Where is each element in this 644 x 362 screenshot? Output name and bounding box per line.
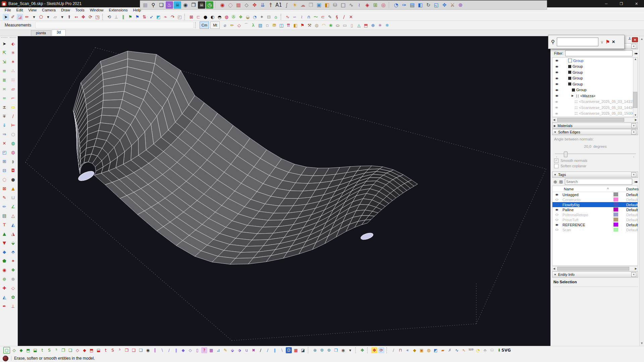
socket-icon[interactable]: ◘ bbox=[10, 167, 16, 174]
tag-row-provetuft[interactable]: ○ProveTuftDefault bbox=[552, 217, 638, 222]
s-blue-icon[interactable]: ∿ bbox=[454, 347, 460, 353]
dotgrid-icon[interactable]: ▩ bbox=[208, 347, 214, 353]
half-icon[interactable]: ⬒ bbox=[363, 22, 369, 28]
gold-diamond-icon[interactable]: ◆ bbox=[412, 347, 418, 353]
hidden-eye-icon[interactable]: ◉ bbox=[554, 100, 559, 103]
menu-file[interactable]: File bbox=[2, 8, 14, 12]
quad2-icon[interactable]: ▱ bbox=[10, 85, 16, 92]
tags-search-input[interactable] bbox=[565, 179, 632, 185]
merge-icon[interactable]: ⊕ bbox=[10, 276, 16, 282]
tab-3d[interactable]: 3d bbox=[52, 29, 66, 36]
slash-pale-icon[interactable]: ∖ bbox=[279, 347, 285, 353]
text-icon[interactable]: T bbox=[1, 221, 8, 228]
scale-tool-icon[interactable]: ◳ bbox=[94, 14, 101, 20]
outliner-row[interactable]: ◉Group bbox=[552, 58, 638, 64]
solid-union-icon[interactable]: ● bbox=[202, 14, 209, 20]
wedge-icon[interactable]: ◭ bbox=[10, 221, 16, 228]
bracket-icon[interactable]: ⊓ bbox=[397, 347, 404, 353]
pair-add-icon[interactable]: ± bbox=[1, 104, 8, 110]
sphere-gray-icon[interactable]: ◍ bbox=[313, 22, 320, 28]
tag-row-constructo[interactable]: ○ConstructoDefault bbox=[552, 197, 638, 202]
tag-color-swatch[interactable] bbox=[613, 207, 618, 212]
pages-icon[interactable]: ❒ bbox=[307, 1, 315, 9]
corner2-icon[interactable]: ⌐ bbox=[10, 95, 16, 101]
maximize-button[interactable]: ❐ bbox=[614, 0, 629, 7]
tags-header[interactable]: ▼ Tags × bbox=[552, 172, 638, 178]
frame-orange-icon[interactable]: ▣ bbox=[419, 347, 425, 353]
shrink-icon[interactable]: ⇲ bbox=[1, 58, 8, 65]
make-component-icon[interactable]: ✐ bbox=[10, 14, 16, 20]
ribbon-icon[interactable]: ❧ bbox=[162, 14, 169, 20]
split-icon[interactable]: ◱ bbox=[433, 1, 440, 9]
curve-red-icon[interactable]: ∿ bbox=[284, 14, 291, 20]
tag-color-swatch[interactable] bbox=[613, 223, 618, 227]
lift-icon[interactable]: ⇈ bbox=[285, 22, 291, 28]
tag-dashes[interactable]: Default bbox=[625, 213, 638, 217]
tag-color-swatch[interactable] bbox=[613, 218, 618, 222]
diamond-blue-icon[interactable]: ◆ bbox=[1, 248, 8, 255]
purple-diamond-icon[interactable]: ◆ bbox=[180, 347, 186, 353]
solid-intersect-icon[interactable]: ◓ bbox=[216, 14, 223, 20]
tri2-icon[interactable]: △ bbox=[10, 212, 16, 219]
search-input[interactable] bbox=[557, 38, 598, 46]
profile-sel-icon[interactable]: ▢ bbox=[3, 347, 10, 354]
axes-move-icon[interactable]: ✥ bbox=[251, 1, 258, 9]
edges-sub-icon[interactable]: ≍ bbox=[1, 85, 8, 92]
sphere-add-icon[interactable]: ◍ bbox=[10, 140, 16, 146]
red-fill-icon[interactable]: ◆ bbox=[82, 347, 88, 353]
edges-add-icon[interactable]: ≣ bbox=[1, 76, 8, 83]
expand-icon[interactable]: ⇱ bbox=[1, 49, 8, 56]
menu-view[interactable]: View bbox=[25, 8, 39, 12]
chart-icon[interactable]: ⊿ bbox=[215, 347, 221, 353]
tags-close-icon[interactable]: × bbox=[631, 172, 636, 177]
account-icon[interactable]: ◉ bbox=[340, 347, 346, 353]
purple-outline-icon[interactable]: ◇ bbox=[187, 347, 193, 353]
pair-icon[interactable]: = bbox=[1, 95, 8, 101]
green-book2-icon[interactable]: ❑ bbox=[67, 347, 73, 353]
cube-pencil-icon[interactable]: ⬙ bbox=[229, 347, 235, 353]
annotate-icon[interactable]: ✎ bbox=[327, 14, 333, 20]
materials-close-icon[interactable]: × bbox=[631, 123, 636, 128]
grid-open-icon[interactable]: ⊟ bbox=[1, 167, 8, 174]
quad-leaf-icon[interactable]: ❖ bbox=[237, 14, 244, 20]
rail-icon[interactable]: ⊨ bbox=[10, 122, 16, 128]
red-s-icon[interactable]: S bbox=[110, 347, 116, 353]
flip-icon[interactable]: ⬙ bbox=[10, 239, 16, 246]
layout-a1-icon[interactable]: A1 bbox=[275, 1, 282, 9]
outliner-row[interactable]: ◉Group bbox=[552, 81, 638, 87]
tag-color-swatch[interactable] bbox=[613, 213, 618, 217]
corner-cyan-icon[interactable]: ◩ bbox=[155, 14, 162, 20]
pushpin-icon[interactable]: ⚑ bbox=[606, 39, 610, 45]
bar-orange-icon[interactable]: ▰ bbox=[440, 347, 446, 353]
dots-icon[interactable]: ∴ bbox=[10, 67, 16, 74]
visible-eye-icon[interactable]: ◉ bbox=[554, 77, 559, 80]
red-book-icon[interactable]: ❐ bbox=[124, 347, 130, 353]
arc-dim-icon[interactable]: ⌒ bbox=[243, 22, 249, 28]
minimize-button[interactable]: ─ bbox=[599, 0, 614, 7]
plant-icon[interactable]: ❀ bbox=[327, 22, 334, 28]
tab-pianta[interactable]: pianta bbox=[31, 30, 51, 36]
pencil-cube-icon[interactable]: ✎ bbox=[222, 347, 228, 353]
hidden-eye-icon[interactable]: ○ bbox=[554, 229, 559, 231]
menu-extensions[interactable]: Extensions bbox=[106, 8, 130, 12]
hidden-eye-icon[interactable]: ◉ bbox=[554, 106, 559, 109]
fold-blue-icon[interactable]: ◩ bbox=[433, 347, 439, 353]
purple-par-icon[interactable]: ∥ bbox=[173, 347, 179, 353]
pan-tool-icon[interactable]: ✥ bbox=[371, 347, 377, 353]
pad-icon[interactable]: ▫ bbox=[264, 22, 270, 28]
green-5-icon[interactable]: ⁵ bbox=[53, 347, 59, 353]
details-arrow-icon[interactable]: ➠ bbox=[634, 179, 638, 184]
red-5-icon[interactable]: ⁵ bbox=[117, 347, 123, 353]
scrollbar-thumb[interactable] bbox=[557, 118, 624, 122]
point-icon[interactable]: ◇ bbox=[236, 22, 242, 28]
displace-icon[interactable]: ✥ bbox=[80, 14, 87, 20]
lattice-icon[interactable]: ⊟ bbox=[266, 14, 272, 20]
unit-cm-button[interactable]: Cm bbox=[200, 21, 209, 29]
prism-icon[interactable]: ◬ bbox=[356, 22, 362, 28]
disc-icon[interactable]: ⊚ bbox=[1, 276, 8, 282]
scrollbar-thumb[interactable] bbox=[557, 267, 629, 270]
pie-icon[interactable]: ◔ bbox=[252, 14, 258, 20]
search-icon[interactable]: ⚲ bbox=[150, 1, 157, 9]
blob-orange-icon[interactable]: ◍ bbox=[426, 347, 432, 353]
hatch-icon[interactable]: ▩ bbox=[235, 1, 242, 9]
